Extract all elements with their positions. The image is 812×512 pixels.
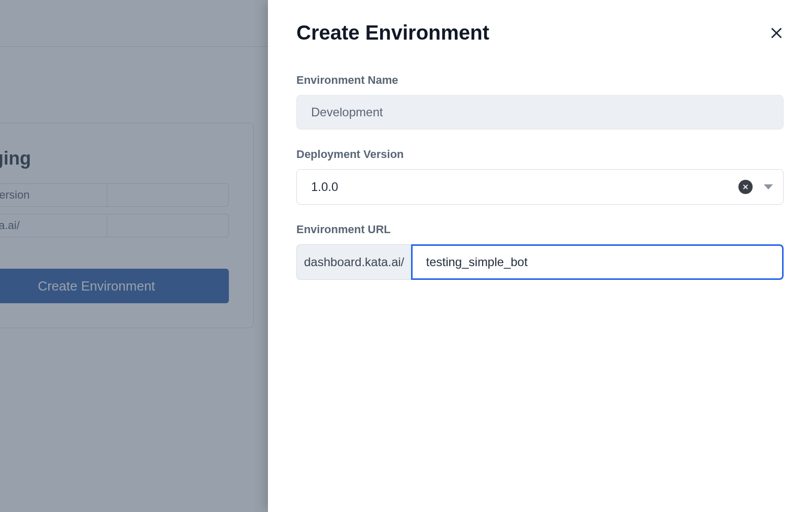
environment-url-input[interactable] [411, 244, 784, 280]
field-deployment-version: Deployment Version 1.0.0 [296, 148, 784, 205]
field-environment-url: Environment URL dashboard.kata.ai/ [296, 223, 784, 280]
create-environment-drawer: Create Environment Environment Name Deve… [268, 0, 812, 512]
field-environment-name: Environment Name Development [296, 74, 784, 130]
environment-url-prefix: dashboard.kata.ai/ [296, 244, 411, 280]
drawer-title: Create Environment [296, 21, 489, 44]
environment-url-row: dashboard.kata.ai/ [296, 244, 784, 280]
close-icon[interactable] [769, 26, 784, 40]
drawer-header: Create Environment [296, 21, 784, 44]
environment-name-input: Development [296, 95, 784, 130]
clear-selection-icon[interactable] [738, 180, 753, 194]
select-controls [738, 180, 773, 194]
deployment-version-value: 1.0.0 [311, 180, 338, 194]
environment-url-label: Environment URL [296, 223, 784, 236]
chevron-down-icon [764, 184, 773, 189]
deployment-version-select[interactable]: 1.0.0 [296, 169, 784, 205]
environment-name-label: Environment Name [296, 74, 784, 87]
deployment-version-label: Deployment Version [296, 148, 784, 161]
